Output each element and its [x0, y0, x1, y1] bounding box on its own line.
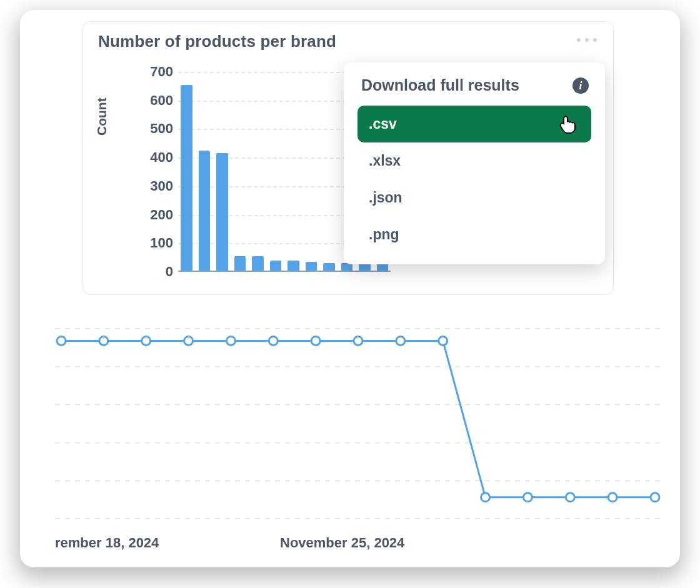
download-option-label: .png: [369, 226, 399, 242]
y-tick: 200: [128, 207, 173, 223]
download-popover-title: Download full results: [361, 76, 519, 94]
line-point: [439, 336, 448, 345]
line-series-points: [57, 336, 659, 501]
line-point: [184, 336, 193, 345]
line-chart-x-labels: rember 18, 2024 November 25, 2024: [55, 535, 661, 554]
line-point: [269, 336, 278, 345]
download-option-label: .json: [369, 189, 402, 206]
bar: [234, 256, 246, 272]
line-chart-grid: [55, 329, 661, 519]
line-point: [523, 493, 532, 502]
line-chart-svg: [55, 316, 661, 531]
y-tick: 600: [128, 92, 173, 109]
download-option-xlsx[interactable]: .xlsx: [358, 142, 591, 179]
y-tick: 700: [128, 64, 173, 80]
line-point: [311, 336, 320, 345]
line-series-path: [61, 341, 655, 497]
line-point: [608, 493, 617, 502]
y-tick: 100: [128, 235, 173, 251]
pointer-cursor-icon: [560, 116, 576, 133]
line-point: [566, 493, 574, 502]
y-tick: 400: [128, 149, 173, 166]
download-option-label: .csv: [369, 116, 397, 132]
download-option-png[interactable]: .png: [358, 216, 591, 253]
x-axis-label: November 25, 2024: [280, 535, 404, 551]
download-popover: Download full results i .csv .xlsx .json…: [344, 62, 605, 264]
line-point: [99, 336, 108, 345]
chart-title: Number of products per brand: [98, 32, 336, 51]
line-point: [57, 336, 66, 345]
line-point: [354, 336, 362, 345]
info-icon[interactable]: i: [572, 77, 589, 94]
line-point: [481, 493, 490, 502]
line-point: [226, 336, 235, 345]
dashboard-panel: Number of products per brand Count 01002…: [20, 10, 680, 567]
download-option-label: .xlsx: [369, 152, 401, 169]
x-axis-label: rember 18, 2024: [55, 535, 159, 551]
line-point: [142, 336, 151, 345]
bar: [181, 85, 192, 272]
download-popover-header: Download full results i: [358, 75, 591, 106]
y-axis-ticks: 0100200300400500600700: [128, 72, 173, 272]
bar: [216, 153, 228, 272]
y-tick: 0: [128, 264, 173, 280]
line-point: [651, 493, 659, 502]
y-tick: 300: [128, 178, 173, 194]
line-chart: rember 18, 2024 November 25, 2024: [55, 316, 661, 560]
x-axis-line: [178, 271, 391, 272]
y-axis-label: Count: [94, 97, 109, 136]
download-option-json[interactable]: .json: [358, 179, 591, 216]
download-option-csv[interactable]: .csv: [358, 106, 591, 142]
bar: [252, 256, 264, 272]
line-point: [396, 336, 405, 345]
bar: [199, 151, 211, 272]
card-more-button[interactable]: [577, 38, 597, 42]
y-tick: 500: [128, 121, 173, 137]
